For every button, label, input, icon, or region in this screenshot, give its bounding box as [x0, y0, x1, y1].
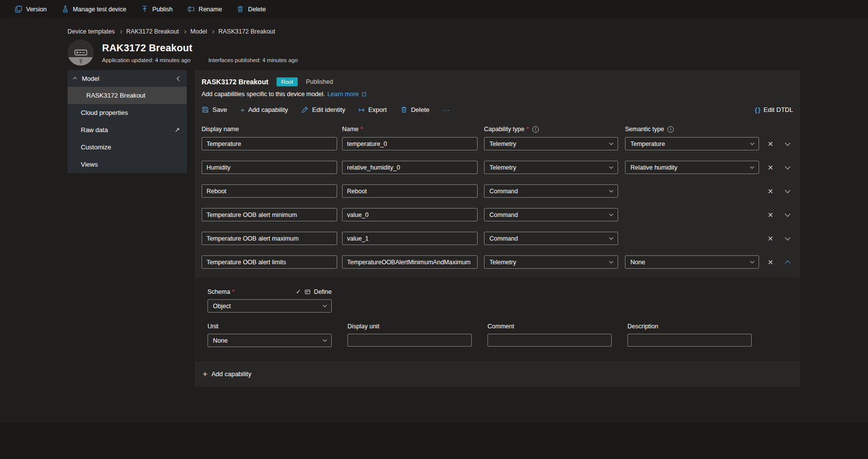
breadcrumb-rak3172-breakout[interactable]: RAK3172 Breakout	[126, 28, 179, 35]
name-input[interactable]	[342, 137, 478, 150]
description-label: Description	[627, 323, 752, 330]
display-name-input[interactable]	[202, 255, 337, 269]
semantic-type-select[interactable]: None	[625, 255, 759, 269]
trash-icon	[400, 106, 408, 113]
expand-capability-icon[interactable]	[785, 164, 790, 169]
edit-identity-button[interactable]: Edit identity	[301, 106, 345, 113]
publish-label: Publish	[152, 6, 173, 13]
comment-input[interactable]	[487, 334, 612, 347]
learn-more-link[interactable]: Learn more	[327, 91, 359, 98]
more-options-button[interactable]: ···	[443, 106, 450, 113]
display-name-input[interactable]	[202, 208, 337, 221]
rename-button[interactable]: Rename	[187, 5, 222, 13]
sidebar-section-model[interactable]: Model	[68, 70, 187, 87]
publish-button[interactable]: Publish	[141, 5, 173, 13]
expand-capability-icon[interactable]	[785, 235, 790, 240]
delete-button[interactable]: Delete	[400, 106, 430, 113]
edit-dtdl-button[interactable]: { } Edit DTDL	[755, 106, 793, 113]
sidebar-item-cloud-properties[interactable]: Cloud properties	[68, 104, 187, 121]
column-capability-type: Capability type	[484, 126, 524, 133]
unit-select[interactable]: None	[208, 334, 332, 347]
collapse-sidebar-icon[interactable]	[177, 76, 182, 81]
add-capability-label: Add capability	[248, 106, 288, 113]
braces-icon: { }	[755, 106, 760, 113]
sidebar-item-label: Customize	[81, 143, 111, 151]
expand-capability-icon[interactable]	[785, 187, 790, 193]
remove-capability-icon[interactable]: ✕	[767, 164, 773, 171]
capability-row-expanded: Telemetry None ✕	[195, 255, 800, 269]
remove-capability-icon[interactable]: ✕	[767, 141, 773, 147]
remove-capability-icon[interactable]: ✕	[767, 188, 773, 195]
expand-capability-icon[interactable]	[785, 211, 790, 216]
capability-detail-section: Schema * ✓ Define Object	[195, 278, 800, 361]
capability-type-select[interactable]: Command	[484, 184, 618, 198]
add-capability-footer-button[interactable]: + Add capability	[195, 361, 259, 386]
export-icon: ↦	[359, 106, 365, 113]
sidebar-item-customize[interactable]: Customize	[68, 139, 187, 156]
schema-select[interactable]: Object	[208, 299, 332, 313]
capability-type-select[interactable]: Command	[484, 208, 618, 221]
chevron-down-icon	[609, 141, 613, 145]
chevron-right-icon	[211, 30, 214, 33]
remove-capability-icon[interactable]: ✕	[767, 259, 773, 266]
remove-capability-icon[interactable]: ✕	[767, 212, 773, 218]
semantic-type-select[interactable]: Temperature	[625, 137, 759, 150]
capability-type-select[interactable]: Telemetry	[484, 161, 618, 174]
sidebar-item-rask3172-breakout[interactable]: RASK3172 Breakout	[68, 87, 187, 104]
remove-capability-icon[interactable]: ✕	[767, 235, 773, 242]
avatar	[68, 39, 94, 66]
capability-row: Telemetry Relative humidity ✕	[195, 161, 800, 174]
capability-type-select[interactable]: Command	[484, 232, 618, 245]
capability-type-select[interactable]: Telemetry	[484, 137, 618, 150]
panel-description: Add capabilities specific to this device…	[202, 91, 325, 98]
sidebar-item-label: Raw data	[81, 126, 108, 134]
name-input[interactable]	[342, 184, 478, 198]
semantic-type-select[interactable]: Relative humidity	[625, 161, 759, 174]
name-input[interactable]	[342, 161, 478, 174]
info-icon[interactable]	[667, 126, 674, 133]
sidebar-item-raw-data[interactable]: Raw data ↗	[68, 121, 187, 139]
page-title: RAK3172 Breakout	[102, 42, 298, 54]
capability-type-select[interactable]: Telemetry	[484, 255, 618, 269]
save-button[interactable]: Save	[202, 106, 227, 113]
name-input[interactable]	[342, 255, 478, 269]
publish-icon	[141, 5, 148, 13]
breadcrumb-model[interactable]: Model	[190, 28, 207, 35]
add-capability-button[interactable]: + Add capability	[241, 106, 288, 113]
template-meta: Application updated: 4 minutes ago Inter…	[102, 57, 298, 63]
plus-icon: +	[241, 106, 245, 113]
info-icon[interactable]	[532, 126, 539, 133]
capability-type-value: Telemetry	[489, 141, 516, 147]
description-input[interactable]	[627, 334, 752, 347]
device-icon	[68, 39, 94, 57]
display-name-input[interactable]	[202, 232, 337, 245]
display-name-input[interactable]	[202, 161, 337, 174]
display-unit-input[interactable]	[347, 334, 472, 347]
display-name-input[interactable]	[202, 184, 337, 198]
save-label: Save	[212, 106, 227, 113]
delete-device-template-button[interactable]: Delete	[237, 5, 266, 13]
expand-capability-icon[interactable]	[785, 140, 790, 145]
version-button[interactable]: Version	[15, 5, 47, 13]
unit-value: None	[213, 337, 228, 344]
pencil-icon	[301, 106, 309, 113]
semantic-type-value: Temperature	[630, 141, 665, 147]
rename-icon	[187, 5, 195, 13]
display-name-input[interactable]	[202, 137, 337, 150]
name-input[interactable]	[342, 232, 478, 245]
collapse-capability-icon[interactable]	[785, 260, 790, 266]
column-display-name: Display name	[202, 126, 239, 133]
display-unit-label: Display unit	[347, 323, 472, 330]
version-label: Version	[26, 6, 47, 13]
chevron-up-icon[interactable]	[73, 77, 77, 81]
export-button[interactable]: ↦ Export	[359, 106, 387, 113]
sidebar-item-views[interactable]: Views	[68, 156, 187, 173]
breadcrumb-device-templates[interactable]: Device templates	[68, 28, 115, 35]
manage-test-device-button[interactable]: Manage test device	[62, 5, 126, 13]
edit-dtdl-label: Edit DTDL	[764, 106, 793, 113]
chevron-down-icon	[323, 338, 327, 342]
capability-type-value: Command	[489, 235, 518, 242]
define-button[interactable]: ✓ Define	[296, 288, 332, 295]
name-input[interactable]	[342, 208, 478, 221]
capability-row: Command ✕	[195, 208, 800, 221]
